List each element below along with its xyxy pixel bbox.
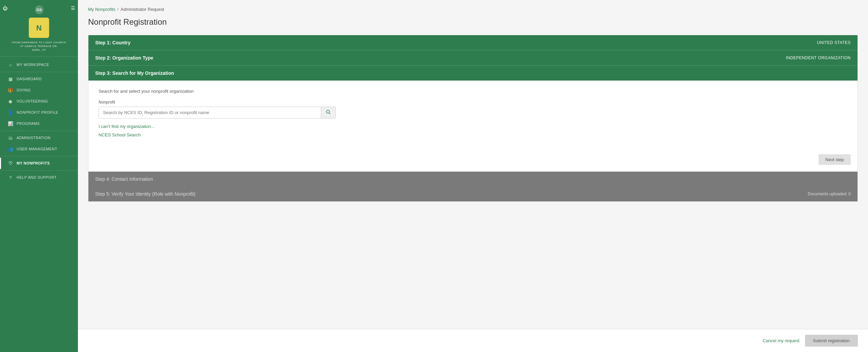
sidebar-item-label: MY WORKSPACE — [17, 63, 49, 67]
sidebar-item-label: USER MANAGEMENT — [17, 147, 57, 151]
sidebar-item-administration[interactable]: 🗂 ADMINISTRATION — [0, 132, 78, 144]
sidebar-item-label: GIVING — [17, 88, 31, 92]
step5-label: Step 5: Verify Your Identity (Role with … — [95, 191, 195, 197]
step2-value: Independent organization — [786, 56, 851, 60]
admin-icon: 🗂 — [8, 135, 13, 140]
nces-school-search-link[interactable]: NCES School Search — [99, 132, 847, 137]
sidebar-item-dashboard[interactable]: ▦ DASHBOARD — [0, 73, 78, 85]
sidebar: ⏻ GS ☰ N FROM DARKNESS TO LIGHT CHURCH 4… — [0, 0, 78, 352]
nonprofit-search-input[interactable] — [99, 107, 321, 118]
step1-label: Step 1: Country — [95, 40, 130, 45]
step1-header: Step 1: Country UNITED STATES — [88, 35, 857, 50]
nonprofit-form-group: Nonprofit — [99, 100, 847, 118]
sidebar-item-label: PROGRAMS — [17, 122, 40, 126]
sidebar-item-label: ADMINISTRATION — [17, 136, 50, 140]
sidebar-item-volunteering[interactable]: ◉ VOLUNTEERING — [0, 96, 78, 107]
nonprofits-icon: ♡ — [8, 161, 13, 166]
step2-label: Step 2: Organization Type — [95, 55, 153, 61]
menu-icon[interactable]: ☰ — [71, 5, 75, 14]
search-icon — [326, 110, 331, 114]
sidebar-top: ⏻ GS ☰ N FROM DARKNESS TO LIGHT CHURCH 4… — [0, 0, 78, 57]
programs-icon: 📊 — [8, 121, 13, 126]
main-content: My Nonprofits / Administrator Request No… — [78, 0, 868, 352]
power-icon[interactable]: ⏻ — [3, 5, 7, 14]
profile-icon: 👤 — [8, 110, 13, 115]
sidebar-item-label: MY NONPROFITS — [17, 161, 50, 165]
sidebar-item-my-workspace[interactable]: ⌂ MY WORKSPACE — [0, 59, 78, 70]
step5-value: Documents uploaded: 0 — [808, 192, 851, 196]
sidebar-item-label: HELP AND SUPPORT — [17, 175, 57, 179]
sidebar-item-label: NONPROFIT PROFILE — [17, 110, 58, 114]
breadcrumb: My Nonprofits / Administrator Request — [88, 7, 858, 12]
step4-header: Step 4: Contact Information — [88, 172, 857, 186]
submit-registration-button[interactable]: Submit registration — [805, 335, 858, 347]
sidebar-item-programs[interactable]: 📊 PROGRAMS — [0, 118, 78, 129]
nonprofit-search-wrapper — [99, 107, 336, 118]
svg-line-3 — [329, 113, 331, 114]
giving-icon: 🎁 — [8, 88, 13, 93]
sidebar-item-help-support[interactable]: ? HELP AND SUPPORT — [0, 172, 78, 183]
footer: Cancel my request Submit registration — [78, 329, 868, 352]
help-icon: ? — [8, 175, 13, 180]
org-name-text: FROM DARKNESS TO LIGHT CHURCH 47 SAMPLE … — [12, 41, 66, 52]
cancel-request-link[interactable]: Cancel my request — [763, 338, 799, 343]
page-title: Nonprofit Registration — [88, 17, 858, 27]
org-logo: N — [29, 18, 49, 38]
sidebar-item-label: VOLUNTEERING — [17, 99, 48, 103]
sidebar-item-label: DASHBOARD — [17, 77, 42, 81]
search-button[interactable] — [321, 107, 335, 118]
sidebar-item-nonprofit-profile[interactable]: 👤 NONPROFIT PROFILE — [0, 107, 78, 118]
workspace-icon: ⌂ — [8, 62, 13, 67]
cant-find-org-link[interactable]: I can't find my organization... — [99, 124, 847, 129]
step3-label: Step 3: Search for My Organization — [95, 70, 174, 76]
next-step-row: Next step — [88, 149, 857, 172]
gs-badge[interactable]: GS — [35, 5, 44, 14]
step2-header: Step 2: Organization Type Independent or… — [88, 50, 857, 65]
breadcrumb-link[interactable]: My Nonprofits — [88, 7, 115, 12]
step3-body: Search for and select your nonprofit org… — [88, 81, 857, 149]
breadcrumb-separator: / — [117, 7, 119, 12]
svg-text:N: N — [36, 24, 42, 32]
breadcrumb-current: Administrator Request — [121, 7, 164, 12]
step5-header: Step 5: Verify Your Identity (Role with … — [88, 186, 857, 201]
nav-menu: ⌂ MY WORKSPACE ▦ DASHBOARD 🎁 GIVING ◉ VO… — [0, 57, 78, 352]
dashboard-icon: ▦ — [8, 76, 13, 82]
sidebar-item-my-nonprofits[interactable]: ♡ MY NONPROFITS — [0, 158, 78, 169]
step4-label: Step 4: Contact Information — [95, 176, 153, 182]
users-icon: 👥 — [8, 147, 13, 152]
sidebar-item-user-management[interactable]: 👥 USER MANAGEMENT — [0, 144, 78, 155]
steps-container: Step 1: Country UNITED STATES Step 2: Or… — [88, 35, 858, 202]
next-step-button[interactable]: Next step — [819, 154, 851, 165]
volunteering-icon: ◉ — [8, 99, 13, 104]
step1-value: UNITED STATES — [817, 40, 851, 45]
step3-header: Step 3: Search for My Organization — [88, 65, 857, 81]
nonprofit-label: Nonprofit — [99, 100, 847, 105]
step3-description: Search for and select your nonprofit org… — [99, 89, 847, 94]
sidebar-item-giving[interactable]: 🎁 GIVING — [0, 85, 78, 96]
